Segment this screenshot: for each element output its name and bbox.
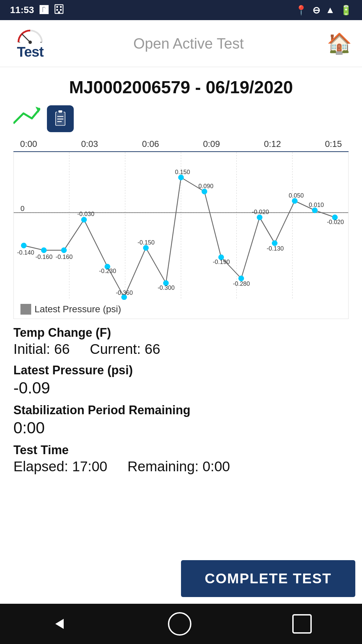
- clipboard-button[interactable]: [47, 105, 74, 132]
- temp-current: Current: 66: [90, 341, 160, 357]
- latest-pressure-value: -0.09: [13, 379, 349, 397]
- stabilization-value: 0:00: [13, 419, 349, 437]
- gauge-icon: [15, 27, 45, 44]
- svg-text:-0.360: -0.360: [116, 289, 133, 296]
- bottom-nav: [0, 604, 362, 644]
- svg-point-7: [28, 41, 32, 44]
- pressure-chart: 0 -0.140 -0.160 -0.160 -0.030: [13, 152, 349, 319]
- svg-text:0.090: 0.090: [198, 183, 214, 190]
- svg-text:0: 0: [20, 204, 24, 213]
- svg-point-57: [312, 208, 317, 213]
- status-bar-right: 📍 ⊖ ▲ 🔋: [295, 5, 352, 16]
- logo-text: Test: [17, 44, 43, 60]
- svg-text:-0.300: -0.300: [158, 284, 175, 291]
- status-bar-left: 11:53 🅿: [10, 4, 64, 16]
- svg-point-43: [178, 175, 184, 180]
- svg-rect-2: [60, 6, 62, 8]
- complete-test-container: COMPLETE TEST: [174, 553, 362, 604]
- temp-change-section: Temp Change (F) Initial: 66 Current: 66: [13, 326, 349, 357]
- svg-text:-0.020: -0.020: [327, 219, 344, 225]
- chart-svg: 0 -0.140 -0.160 -0.160 -0.030: [14, 152, 348, 300]
- svg-text:-0.130: -0.130: [266, 245, 284, 252]
- home-icon[interactable]: 🏠: [327, 32, 352, 55]
- svg-rect-15: [58, 110, 62, 113]
- svg-rect-1: [56, 6, 58, 8]
- svg-text:-0.190: -0.190: [213, 259, 230, 265]
- svg-text:0.150: 0.150: [175, 169, 190, 175]
- svg-text:-0.030: -0.030: [77, 211, 95, 217]
- trend-up-icon: [13, 107, 40, 131]
- recent-button[interactable]: [292, 614, 312, 634]
- svg-rect-5: [58, 11, 60, 13]
- logo: Test: [10, 27, 50, 60]
- time-display: 11:53: [10, 5, 34, 15]
- svg-rect-4: [60, 9, 62, 11]
- status-bar: 11:53 🅿 📍 ⊖ ▲ 🔋: [0, 0, 362, 20]
- complete-test-button[interactable]: COMPLETE TEST: [181, 560, 355, 597]
- recent-square-icon: [292, 614, 312, 634]
- svg-marker-61: [55, 619, 64, 629]
- chart-x-axis: 0:00 0:03 0:06 0:09 0:12 0:15: [13, 139, 349, 152]
- svg-point-27: [21, 243, 26, 248]
- svg-text:-0.160: -0.160: [56, 254, 73, 260]
- svg-text:-0.280: -0.280: [233, 280, 250, 287]
- svg-point-33: [81, 217, 87, 222]
- latest-pressure-section: Latest Pressure (psi) -0.09: [13, 363, 349, 397]
- temp-initial: Initial: 66: [13, 341, 70, 357]
- legend-label: Latest Pressure (psi): [35, 304, 121, 315]
- back-button[interactable]: [50, 615, 67, 632]
- svg-text:-0.020: -0.020: [252, 209, 269, 215]
- battery-icon: 🔋: [340, 5, 352, 16]
- stabilization-label: Stabilization Period Remaining: [13, 403, 349, 417]
- x-label-2: 0:06: [142, 139, 159, 149]
- building-icon: [54, 4, 64, 16]
- svg-point-39: [143, 245, 148, 251]
- svg-line-6: [22, 34, 30, 42]
- svg-point-55: [292, 198, 297, 204]
- svg-point-29: [41, 248, 47, 253]
- test-time-section: Test Time Elapsed: 17:00 Remaining: 0:00: [13, 443, 349, 475]
- test-time-label: Test Time: [13, 443, 349, 457]
- dnd-icon: ⊖: [312, 5, 320, 16]
- parking-icon: 🅿: [40, 5, 48, 15]
- home-button[interactable]: [168, 612, 191, 636]
- test-id: MJ0002006579 - 06/19/2020: [13, 77, 349, 97]
- x-label-5: 0:15: [325, 139, 342, 149]
- page-title: Open Active Test: [133, 35, 244, 52]
- svg-text:-0.140: -0.140: [17, 249, 34, 256]
- x-label-1: 0:03: [81, 139, 98, 149]
- stabilization-section: Stabilization Period Remaining 0:00: [13, 403, 349, 437]
- svg-point-45: [202, 189, 207, 194]
- legend-color-box: [20, 304, 31, 315]
- svg-rect-3: [56, 9, 58, 11]
- svg-text:-0.150: -0.150: [137, 239, 155, 246]
- svg-point-31: [61, 248, 67, 253]
- svg-text:0.010: 0.010: [309, 202, 324, 208]
- location-icon: 📍: [295, 5, 307, 16]
- test-time-elapsed: Elapsed: 17:00: [13, 459, 107, 475]
- x-label-3: 0:09: [203, 139, 220, 149]
- latest-pressure-label: Latest Pressure (psi): [13, 363, 349, 377]
- x-label-0: 0:00: [20, 139, 37, 149]
- chart-legend: Latest Pressure (psi): [14, 300, 348, 319]
- svg-text:0.050: 0.050: [289, 192, 304, 199]
- action-row: [13, 105, 349, 132]
- home-circle-icon: [168, 612, 191, 636]
- svg-text:-0.160: -0.160: [36, 254, 53, 260]
- temp-change-label: Temp Change (F): [13, 326, 349, 340]
- wifi-icon: ▲: [325, 5, 335, 15]
- app-bar: Test Open Active Test 🏠: [0, 20, 362, 67]
- svg-text:-0.230: -0.230: [99, 268, 116, 274]
- svg-point-51: [257, 215, 262, 220]
- x-label-4: 0:12: [264, 139, 281, 149]
- test-time-remaining: Remaining: 0:00: [127, 459, 230, 475]
